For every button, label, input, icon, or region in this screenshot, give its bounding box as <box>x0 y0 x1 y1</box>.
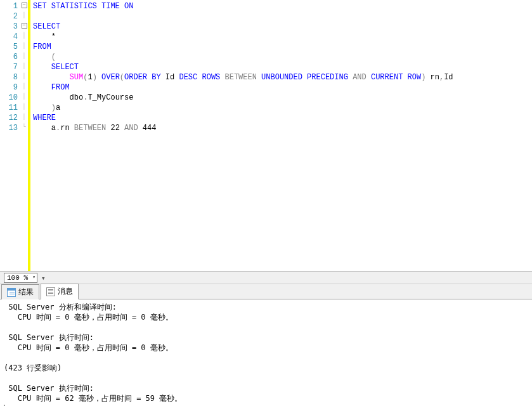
code-line[interactable]: FROM <box>33 82 529 93</box>
code-line[interactable]: SELECT <box>33 22 529 32</box>
code-line[interactable]: a.rn BETWEEN 22 AND 444 <box>33 123 529 133</box>
code-line[interactable]: dbo.T_MyCourse <box>33 93 529 103</box>
line-number: 5 <box>1 42 18 52</box>
fold-toggle-icon[interactable]: − <box>22 3 27 8</box>
code-line[interactable]: ( <box>33 52 529 62</box>
code-line[interactable]: SUM(1) OVER(ORDER BY Id DESC ROWS BETWEE… <box>33 72 529 82</box>
tab-messages[interactable]: 消息 <box>41 284 79 299</box>
msg-rows-affected: (423 行受影响) <box>4 363 62 372</box>
results-tabs: 结果 消息 <box>0 284 532 299</box>
line-number: 7 <box>1 62 18 72</box>
line-number: 3 <box>1 22 18 32</box>
document-icon <box>46 287 55 296</box>
line-number: 2 <box>1 11 18 22</box>
messages-pane[interactable]: SQL Server 分析和编译时间: CPU 时间 = 0 毫秒，占用时间 =… <box>0 299 532 406</box>
code-line[interactable]: SET STATISTICS TIME ON <box>33 1 529 11</box>
line-number: 9 <box>1 82 18 93</box>
tab-messages-label: 消息 <box>58 286 73 297</box>
code-area[interactable]: SET STATISTICS TIME ON SELECT *FROM ( SE… <box>30 0 532 271</box>
zoom-dash: ▾ <box>41 274 46 282</box>
msg-parse-title: SQL Server 分析和编译时间: <box>4 303 121 311</box>
line-number: 12 <box>1 113 18 123</box>
code-line[interactable]: )a <box>33 103 529 113</box>
msg-exec2-title: SQL Server 执行时间: <box>4 384 94 393</box>
line-number: 10 <box>1 93 18 103</box>
msg-exec1-title: SQL Server 执行时间: <box>4 333 94 342</box>
zoom-combo[interactable]: 100 % <box>4 273 37 283</box>
sql-editor[interactable]: 12345678910111213 −│−│││││││││└ SET STAT… <box>0 0 532 272</box>
tab-results-label: 结果 <box>18 287 34 298</box>
line-number: 4 <box>1 32 18 42</box>
fold-toggle-icon[interactable]: − <box>22 23 27 29</box>
line-number: 13 <box>1 123 18 133</box>
fold-column[interactable]: −│−│││││││││└ <box>20 0 28 271</box>
code-line[interactable]: SELECT <box>33 62 529 72</box>
tab-results[interactable]: 结果 <box>1 284 39 299</box>
line-number: 11 <box>1 103 18 113</box>
line-number: 1 <box>1 1 18 11</box>
msg-exec2-line: CPU 时间 = 62 毫秒，占用时间 = 59 毫秒。 <box>4 394 182 403</box>
msg-exec1-line: CPU 时间 = 0 毫秒，占用时间 = 0 毫秒。 <box>4 343 173 352</box>
line-number: 6 <box>1 52 18 62</box>
code-line[interactable]: FROM <box>33 42 529 52</box>
zoom-bar: 100 % ▾ <box>0 272 532 284</box>
code-line[interactable]: * <box>33 32 529 42</box>
line-number-gutter: 12345678910111213 <box>0 0 20 271</box>
msg-parse-line: CPU 时间 = 0 毫秒，占用时间 = 0 毫秒。 <box>4 313 173 322</box>
line-number: 8 <box>1 72 18 82</box>
code-line[interactable] <box>33 11 529 22</box>
grid-icon <box>7 288 16 297</box>
code-line[interactable]: WHERE <box>33 113 529 123</box>
